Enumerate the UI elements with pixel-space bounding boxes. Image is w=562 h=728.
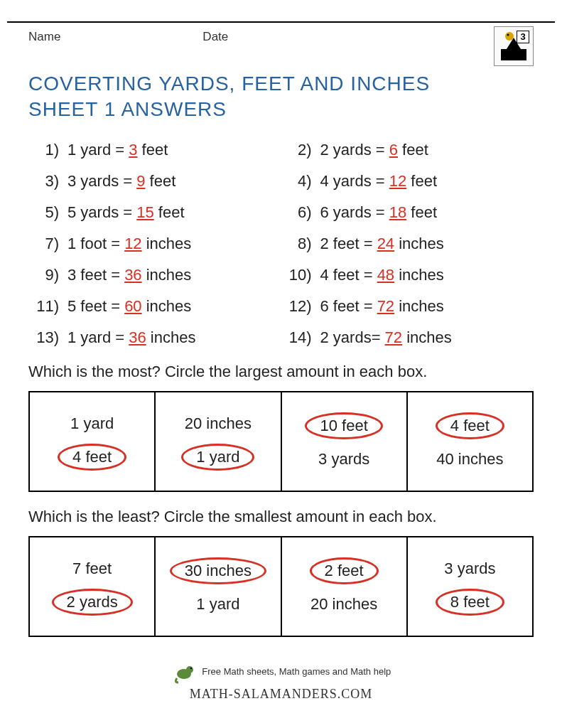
problem-lhs: 1 yard = bbox=[67, 328, 129, 346]
problem-equation: 6 feet = 72 inches bbox=[320, 297, 534, 316]
comparison-box: 10 feet3 yards bbox=[282, 392, 408, 491]
problem-row: 1)1 yard = 3 feet2)2 yards = 6 feet bbox=[28, 141, 534, 159]
problem-lhs: 3 feet = bbox=[67, 266, 124, 284]
problem-answer: 48 bbox=[377, 266, 394, 284]
problem-lhs: 2 yards = bbox=[320, 141, 389, 159]
problem-lhs: 4 yards = bbox=[320, 172, 389, 190]
problem-answer: 60 bbox=[124, 297, 141, 315]
problem-equation: 2 feet = 24 inches bbox=[320, 235, 534, 253]
problem-lhs: 6 feet = bbox=[320, 297, 377, 315]
title-line-1: COVERTING YARDS, FEET AND INCHES bbox=[28, 73, 534, 95]
problem-answer: 18 bbox=[389, 203, 406, 221]
problem-rhs: inches bbox=[394, 266, 444, 284]
problem-rhs: feet bbox=[406, 203, 437, 221]
problem-equation: 4 feet = 48 inches bbox=[320, 266, 534, 284]
salamander-icon bbox=[171, 658, 200, 687]
problem-equation: 6 yards = 18 feet bbox=[320, 203, 534, 222]
problem-number: 7) bbox=[28, 235, 67, 253]
box-option: 40 inches bbox=[426, 448, 513, 471]
svg-point-6 bbox=[190, 668, 192, 669]
svg-point-3 bbox=[507, 34, 509, 36]
svg-rect-0 bbox=[501, 49, 526, 60]
problem-answer: 9 bbox=[136, 172, 145, 190]
box-option: 20 inches bbox=[175, 412, 261, 435]
problem-number: 2) bbox=[281, 141, 320, 159]
problem-row: 7)1 foot = 12 inches8)2 feet = 24 inches bbox=[28, 235, 534, 253]
title-line-2: SHEET 1 ANSWERS bbox=[28, 98, 534, 121]
problem-rhs: feet bbox=[406, 172, 437, 190]
problem-lhs: 2 yards= bbox=[320, 328, 385, 346]
circled-answer: 1 yard bbox=[181, 444, 254, 471]
problem-lhs: 2 feet = bbox=[320, 235, 377, 252]
most-box-row: 1 yard4 feet20 inches1 yard10 feet3 yard… bbox=[28, 391, 534, 492]
grade-number: 3 bbox=[517, 31, 529, 43]
problem-rhs: inches bbox=[142, 266, 192, 284]
box-option: 20 inches bbox=[301, 593, 387, 616]
problem-rhs: feet bbox=[145, 172, 175, 190]
problem-number: 10) bbox=[281, 266, 320, 284]
problem-equation: 3 feet = 36 inches bbox=[67, 266, 281, 284]
footer: Free Math sheets, Math games and Math he… bbox=[28, 658, 534, 702]
least-question: Which is the least? Circle the smallest … bbox=[28, 508, 534, 526]
comparison-box: 3 yards8 feet bbox=[408, 537, 532, 636]
problem-row: 5)5 yards = 15 feet6)6 yards = 18 feet bbox=[28, 203, 534, 222]
problem-equation: 2 yards= 72 inches bbox=[320, 328, 534, 347]
circled-answer: 30 inches bbox=[170, 557, 266, 584]
problem-rhs: inches bbox=[142, 235, 192, 252]
problem-equation: 5 yards = 15 feet bbox=[67, 203, 281, 222]
box-option: 3 yards bbox=[308, 448, 379, 471]
worksheet-page: Name Date 3 COVERTING YARDS, FEET AND IN… bbox=[0, 0, 562, 716]
problem-number: 12) bbox=[281, 297, 320, 316]
problem-answer: 36 bbox=[124, 266, 141, 284]
circled-answer: 10 feet bbox=[305, 412, 382, 439]
circled-answer: 8 feet bbox=[436, 589, 504, 616]
footer-brand: MATH-SALAMANDERS.COM bbox=[28, 687, 534, 702]
problem-answer: 15 bbox=[136, 203, 153, 221]
circled-answer: 2 yards bbox=[52, 589, 133, 616]
comparison-box: 7 feet2 yards bbox=[30, 537, 156, 636]
problem-rhs: feet bbox=[137, 141, 168, 159]
circled-answer: 4 feet bbox=[58, 444, 126, 471]
box-option: 7 feet bbox=[63, 557, 121, 580]
problem-lhs: 3 yards = bbox=[67, 172, 136, 190]
comparison-box: 2 feet20 inches bbox=[282, 537, 408, 636]
comparison-box: 1 yard4 feet bbox=[30, 392, 156, 491]
box-option: 1 yard bbox=[60, 412, 124, 435]
problem-lhs: 1 foot = bbox=[67, 235, 124, 252]
problem-rhs: feet bbox=[154, 203, 185, 221]
circled-answer: 2 feet bbox=[310, 557, 379, 584]
circled-answer: 4 feet bbox=[436, 412, 504, 439]
box-option: 3 yards bbox=[434, 557, 505, 580]
problem-number: 1) bbox=[28, 141, 67, 159]
problem-lhs: 5 yards = bbox=[67, 203, 136, 221]
box-option: 1 yard bbox=[186, 593, 249, 616]
problem-rhs: feet bbox=[398, 141, 428, 159]
problem-row: 9)3 feet = 36 inches10)4 feet = 48 inche… bbox=[28, 266, 534, 284]
top-border bbox=[7, 21, 555, 23]
date-label: Date bbox=[202, 30, 228, 44]
problem-lhs: 4 feet = bbox=[320, 266, 377, 284]
problem-number: 14) bbox=[281, 328, 320, 347]
problem-answer: 12 bbox=[124, 235, 141, 252]
problem-equation: 5 feet = 60 inches bbox=[67, 297, 281, 316]
problem-equation: 1 foot = 12 inches bbox=[67, 235, 281, 253]
problem-rhs: inches bbox=[146, 328, 196, 346]
svg-point-2 bbox=[505, 32, 514, 41]
problem-answer: 72 bbox=[385, 328, 402, 346]
problem-answer: 72 bbox=[377, 297, 394, 315]
problem-equation: 3 yards = 9 feet bbox=[67, 172, 281, 191]
problem-rhs: inches bbox=[402, 328, 452, 346]
problem-answer: 36 bbox=[129, 328, 146, 346]
name-label: Name bbox=[28, 30, 60, 44]
problem-number: 6) bbox=[281, 203, 320, 222]
problem-equation: 1 yard = 3 feet bbox=[67, 141, 281, 159]
footer-tagline: Free Math sheets, Math games and Math he… bbox=[202, 666, 391, 677]
problem-answer: 24 bbox=[377, 235, 394, 252]
problem-row: 11)5 feet = 60 inches12)6 feet = 72 inch… bbox=[28, 297, 534, 316]
problem-rhs: inches bbox=[142, 297, 192, 315]
problem-number: 3) bbox=[28, 172, 67, 191]
grade-badge: 3 bbox=[494, 26, 534, 66]
svg-point-5 bbox=[186, 666, 193, 673]
problem-lhs: 6 yards = bbox=[320, 203, 389, 221]
header-row: Name Date 3 bbox=[28, 30, 534, 58]
